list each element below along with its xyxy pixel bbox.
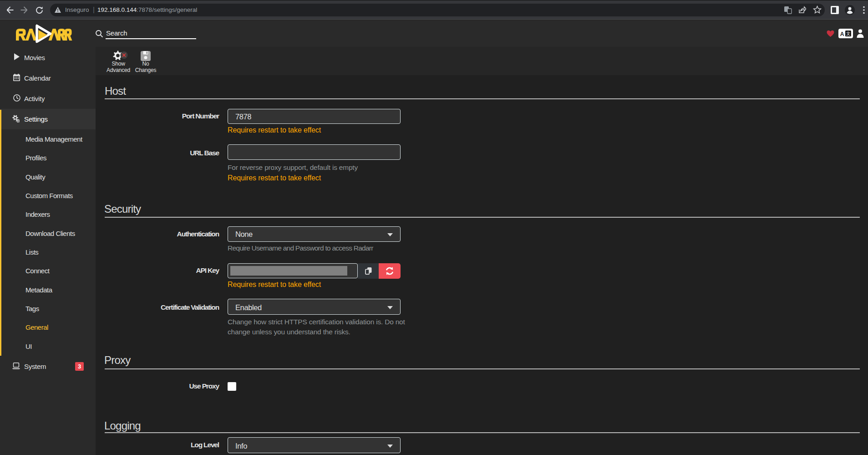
svg-text:A: A: [840, 31, 844, 37]
svg-text:文: 文: [846, 31, 851, 36]
